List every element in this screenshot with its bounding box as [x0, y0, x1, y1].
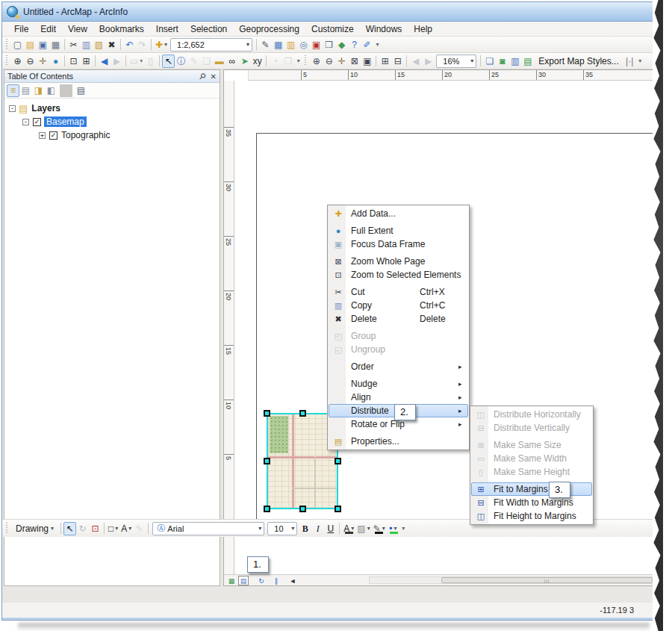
menubar-item[interactable]: Bookmarks — [93, 22, 150, 36]
list-by-source-button[interactable]: ▤ — [19, 84, 32, 97]
layout-pan-icon[interactable]: ✛ — [335, 55, 348, 68]
menubar-item[interactable]: View — [62, 22, 93, 36]
layout-fixed-zoom-out-icon[interactable]: ⊟ — [391, 55, 404, 68]
tree-row-topographic[interactable]: + ✓ Topographic — [7, 128, 220, 142]
layout-overflow-dropdown[interactable]: ▾ — [636, 55, 644, 68]
selection-handle[interactable] — [299, 506, 306, 512]
bold-button[interactable]: B — [299, 522, 311, 535]
layer-checkbox[interactable]: ✓ — [33, 118, 41, 126]
zoom-out-icon[interactable]: ⊖ — [24, 55, 37, 68]
table-icon[interactable]: ▦ — [272, 38, 284, 52]
toolbar-grip[interactable] — [5, 39, 8, 50]
collapse-toggle-icon[interactable]: - — [22, 119, 29, 125]
find-route-icon[interactable]: ➤ — [238, 55, 251, 68]
python-window-icon[interactable]: ❒ — [323, 38, 335, 52]
list-by-visibility-button[interactable]: ◨ — [32, 84, 45, 97]
menu-full-extent[interactable]: ● Full Extent — [329, 224, 468, 237]
select-elements-icon[interactable]: ↖ — [162, 55, 175, 68]
measure-icon[interactable]: ▬ — [213, 55, 225, 68]
submenu-fit-height-to-margins[interactable]: ◫ Fit Height to Margins — [471, 509, 592, 523]
underline-button[interactable]: U — [324, 522, 337, 535]
standard-overflow-dropdown[interactable]: ▾ — [373, 38, 382, 52]
submenu-fit-to-margins[interactable]: ⊞ Fit to Margins — [471, 482, 592, 496]
full-extent-icon[interactable]: ● — [49, 55, 62, 68]
pan-icon[interactable]: ✛ — [37, 55, 49, 68]
menubar-item[interactable]: Insert — [150, 22, 184, 36]
selection-handle[interactable] — [299, 410, 306, 417]
catalog-icon[interactable]: ▥ — [284, 38, 297, 52]
refresh-view-button[interactable]: ↻ — [256, 576, 267, 585]
fixed-zoom-out-icon[interactable]: ⊞ — [80, 55, 93, 68]
drawing-menu-button[interactable]: Drawing — [11, 522, 58, 535]
list-by-selection-button[interactable]: ◧ — [45, 84, 57, 97]
font-family-combo[interactable]: ⒶArial — [152, 522, 264, 535]
menubar-item[interactable]: Windows — [360, 22, 408, 36]
pause-drawing-button[interactable]: ∥ — [271, 576, 281, 585]
menu-zoom-whole-page[interactable]: ⊠ Zoom Whole Page — [329, 255, 468, 268]
menu-order[interactable]: Order ▸ — [329, 360, 468, 373]
arctoolbox-icon[interactable]: ▣ — [310, 38, 323, 52]
tools-overflow-dropdown[interactable]: ▾ — [294, 55, 302, 68]
cancel-drawing-button[interactable]: ◄ — [287, 576, 298, 585]
change-layout-icon[interactable]: ▥ — [508, 55, 521, 68]
list-by-drawing-order-button[interactable]: ≡ — [7, 84, 19, 97]
fixed-zoom-in-icon[interactable]: ⊡ — [67, 55, 80, 68]
selection-handle[interactable] — [264, 410, 270, 417]
dynamic-text-icon[interactable]: |·| — [623, 55, 636, 68]
print-icon[interactable]: ▦ — [49, 38, 62, 52]
horizontal-scrollbar[interactable]: ||| — [369, 576, 654, 584]
zoom-100-icon[interactable]: ▣ — [361, 55, 373, 68]
whats-this-icon[interactable]: ? — [348, 38, 361, 52]
menu-delete[interactable]: ✖ Delete Delete — [329, 312, 468, 326]
menu-nudge[interactable]: Nudge ▸ — [329, 377, 468, 391]
selection-handle[interactable] — [335, 458, 341, 464]
scrollbar-thumb[interactable]: ||| — [441, 577, 653, 583]
fill-color-icon[interactable]: ▨ — [355, 522, 371, 535]
model-builder-icon[interactable]: ◆ — [335, 38, 348, 52]
layer-checkbox[interactable]: ✓ — [49, 131, 57, 140]
font-size-combo[interactable]: 10 — [267, 522, 297, 535]
toolbar-grip[interactable] — [5, 55, 8, 66]
data-driven-pages-icon[interactable]: ▤ — [521, 55, 534, 68]
map-scale-combo[interactable]: 1:2,652 — [170, 38, 252, 52]
data-view-button[interactable]: ▦ — [226, 576, 237, 585]
toolbar-grip[interactable] — [5, 523, 8, 534]
layout-zoom-combo[interactable]: 16% — [436, 55, 476, 68]
topographic-label[interactable]: Topographic — [61, 130, 110, 140]
collapse-toggle-icon[interactable]: - — [9, 105, 16, 112]
menubar-item[interactable]: File — [8, 22, 34, 36]
submenu-fit-width-to-margins[interactable]: ⊟ Fit Width to Margins — [471, 496, 592, 509]
line-color-icon[interactable]: ✎ — [372, 522, 387, 535]
menubar-item[interactable]: Edit — [34, 22, 62, 36]
marker-color-icon[interactable]: • — [387, 522, 399, 535]
save-icon[interactable]: ▣ — [37, 38, 49, 52]
tree-row-layers[interactable]: - ▤ Layers — [7, 102, 220, 115]
menu-copy[interactable]: ▥ Copy Ctrl+C — [329, 299, 468, 312]
layout-view-button[interactable]: ▤ — [238, 576, 249, 585]
layout-zoom-out-icon[interactable]: ⊖ — [323, 55, 335, 68]
menu-align[interactable]: Align ▸ — [329, 391, 468, 404]
close-icon[interactable]: ✕ — [211, 72, 217, 81]
find-icon[interactable]: ∞ — [225, 55, 238, 68]
selection-handle[interactable] — [264, 458, 270, 464]
tree-row-basemap[interactable]: - ✓ Basemap — [7, 115, 220, 128]
menubar-item[interactable]: Customize — [305, 22, 360, 36]
basemap-label[interactable]: Basemap — [44, 116, 87, 127]
undo-icon[interactable]: ↶ — [123, 38, 136, 52]
paste-icon[interactable]: ▧ — [93, 38, 105, 52]
shape-tool-icon[interactable]: □ — [107, 522, 119, 535]
back-extent-icon[interactable]: ◀ — [98, 55, 111, 68]
selection-handle[interactable] — [335, 506, 341, 512]
text-tool-icon[interactable]: A — [119, 522, 133, 535]
layout-fixed-zoom-in-icon[interactable]: ⊞ — [379, 55, 391, 68]
layers-label[interactable]: Layers — [31, 103, 60, 114]
selection-handle[interactable] — [264, 506, 270, 512]
search-icon[interactable]: ◎ — [297, 38, 310, 52]
go-to-xy-icon[interactable]: xy — [251, 55, 264, 68]
sketch-pencil-icon[interactable]: ✐ — [361, 38, 373, 52]
menu-add-data[interactable]: ✚ Add Data... — [329, 207, 468, 220]
open-folder-icon[interactable]: ▤ — [24, 38, 37, 52]
new-document-icon[interactable]: ▢ — [11, 38, 24, 52]
drawing-overflow-dropdown[interactable]: ▾ — [399, 522, 408, 535]
copy-icon[interactable]: ▥ — [80, 38, 93, 52]
